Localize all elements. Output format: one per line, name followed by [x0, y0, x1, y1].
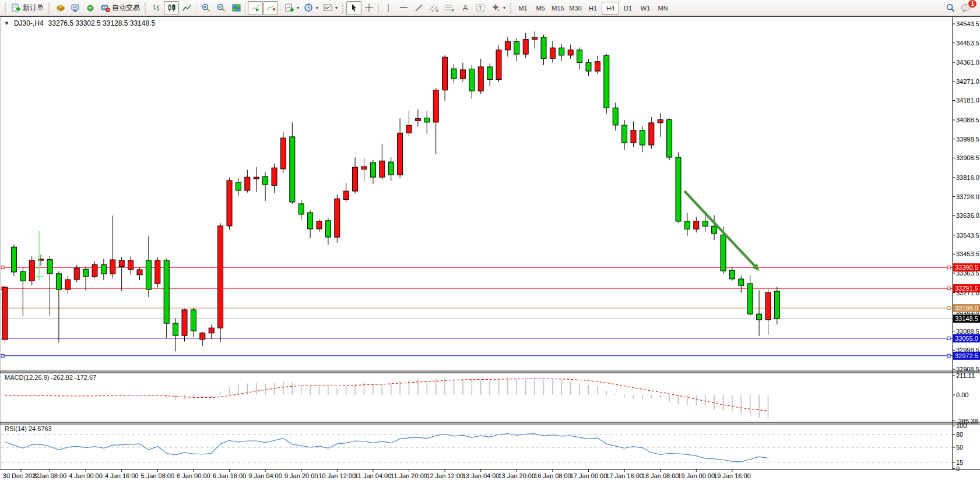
- crosshair-tool-button[interactable]: [361, 1, 377, 15]
- timeframe-H4[interactable]: H4: [602, 2, 619, 15]
- time-axis-label: 11 Jan 04:00: [355, 472, 392, 479]
- price-axis-label: 33908.5: [956, 154, 979, 161]
- toolbar-separator: [245, 2, 246, 14]
- data-window-icon: [71, 3, 80, 13]
- main-toolbar: 新订单 自动交易 ▾ ▾ ▾ E F A T ▾ M1M5M15M30H1H4D…: [0, 0, 980, 16]
- market-watch-button[interactable]: [52, 1, 68, 15]
- channel-tool-button[interactable]: E: [426, 1, 442, 15]
- candle: [155, 257, 160, 287]
- autotrading-button[interactable]: 自动交易: [98, 1, 142, 15]
- search-button[interactable]: [943, 1, 958, 15]
- cursor-icon: [349, 3, 359, 13]
- cursor-tool-button[interactable]: [346, 1, 361, 15]
- toolbar-separator: [280, 2, 280, 14]
- hline-handle[interactable]: [947, 287, 950, 290]
- hline-handle[interactable]: [1, 354, 4, 357]
- new-order-label: 新订单: [23, 3, 44, 13]
- text-tool-button[interactable]: A: [458, 1, 473, 15]
- chart-background: [0, 16, 980, 484]
- price-axis-label: 34543.5: [956, 20, 979, 27]
- new-order-icon: [11, 3, 21, 13]
- candle: [667, 118, 672, 160]
- notifications-button[interactable]: 1: [958, 1, 974, 15]
- horizontal-line-tool-button[interactable]: [396, 1, 411, 15]
- toolbar-grip: [510, 2, 512, 14]
- time-axis-label: 4 Jan 16:00: [105, 472, 139, 479]
- candle: [11, 244, 16, 275]
- line-chart-mode-button[interactable]: [179, 1, 194, 15]
- candlestick-mode-button[interactable]: [164, 1, 179, 15]
- symbol-dropdown-icon[interactable]: ▼: [4, 20, 9, 26]
- timeframe-D1[interactable]: D1: [619, 2, 637, 15]
- candle: [2, 285, 8, 342]
- tile-windows-button[interactable]: [229, 1, 244, 15]
- timeframe-M1[interactable]: M1: [514, 2, 532, 15]
- rsi-axis-label: 80: [956, 431, 963, 438]
- strategy-signal-button[interactable]: [83, 1, 98, 15]
- chart-canvas[interactable]: 34543.534453.534361.034271.034181.034088…: [0, 16, 980, 484]
- hline-handle[interactable]: [1, 266, 4, 269]
- hline-handle[interactable]: [947, 354, 950, 357]
- time-axis-label: 6 Jan 16:00: [213, 472, 247, 479]
- tile-windows-icon: [231, 3, 241, 13]
- notification-badge: 1: [968, 0, 977, 8]
- time-axis-label: 6 Jan 00:00: [177, 472, 210, 479]
- rsi-axis-label: 50: [956, 444, 963, 451]
- time-axis-label: 19 Jan 00:00: [677, 472, 715, 479]
- price-axis-label: 34088.5: [956, 116, 979, 123]
- time-axis-label: 18 Jan 08:00: [642, 472, 679, 479]
- zoom-out-button[interactable]: [213, 1, 229, 15]
- chevron-down-icon: ▾: [335, 5, 338, 10]
- clock-icon: [304, 3, 314, 13]
- time-axis-label: 16 Jan 08:00: [534, 472, 571, 479]
- text-tool-icon: A: [463, 3, 468, 12]
- text-label-tool-button[interactable]: T: [473, 1, 489, 15]
- zoom-in-button[interactable]: [198, 1, 213, 15]
- template-icon: [323, 3, 333, 13]
- time-axis-label: 13 Jan 20:00: [498, 472, 535, 479]
- fibonacci-icon: F: [444, 3, 455, 13]
- chevron-down-icon: ▾: [297, 5, 299, 10]
- new-chart-dropdown[interactable]: ▾: [282, 1, 301, 15]
- autotrading-label: 自动交易: [112, 3, 140, 13]
- periods-dropdown[interactable]: ▾: [301, 1, 321, 15]
- candle: [604, 54, 609, 114]
- price-axis-label: 33088.5: [956, 328, 979, 335]
- timeframe-M30[interactable]: M30: [567, 2, 584, 15]
- toolbar-separator: [196, 2, 196, 14]
- fibonacci-tool-button[interactable]: F: [442, 1, 458, 15]
- price-axis-label: 33816.0: [956, 174, 979, 181]
- toolbar-grip: [342, 2, 345, 14]
- data-window-button[interactable]: [68, 1, 83, 15]
- templates-dropdown[interactable]: ▾: [321, 1, 340, 15]
- hline-price-badge-text: 33055.0: [955, 335, 978, 342]
- trendline-tool-button[interactable]: [411, 1, 426, 15]
- timeframe-M5[interactable]: M5: [532, 2, 549, 15]
- chart-window[interactable]: 34543.534453.534361.034271.034181.034088…: [0, 16, 980, 484]
- macd-axis-label: 211.11: [956, 372, 975, 379]
- current-price-badge-text: 33148.5: [955, 315, 978, 322]
- time-axis-label: 13 Jan 04:00: [462, 472, 500, 479]
- auto-scroll-button[interactable]: [248, 1, 263, 15]
- vertical-line-tool-button[interactable]: [381, 1, 396, 15]
- time-axis-label: 5 Jan 08:00: [141, 472, 175, 479]
- timeframe-MN[interactable]: MN: [654, 2, 672, 15]
- hline-price-badge-text: 33390.5: [955, 264, 978, 271]
- timeframe-M15[interactable]: M15: [549, 2, 567, 15]
- chevron-down-icon: ▾: [503, 5, 505, 10]
- new-order-button[interactable]: 新订单: [9, 1, 46, 15]
- timeframe-H1[interactable]: H1: [584, 2, 602, 15]
- autotrading-icon: [100, 3, 110, 13]
- hline-handle[interactable]: [947, 307, 950, 310]
- arrows-tool-dropdown[interactable]: ▾: [489, 1, 508, 15]
- bar-chart-mode-button[interactable]: [149, 1, 164, 15]
- zoom-in-icon: [201, 3, 211, 13]
- timeframe-W1[interactable]: W1: [637, 2, 654, 15]
- hline-handle[interactable]: [947, 266, 950, 269]
- chart-shift-button[interactable]: [263, 1, 278, 15]
- hline-handle[interactable]: [947, 337, 950, 340]
- chart-header[interactable]: ▼ DJ30-,H4 33276.5 33302.5 33128.5 33148…: [4, 19, 155, 27]
- text-label-icon: T: [475, 3, 486, 13]
- macd-signal-value: -172.67: [75, 374, 96, 381]
- macd-axis-label: 0.00: [956, 391, 968, 398]
